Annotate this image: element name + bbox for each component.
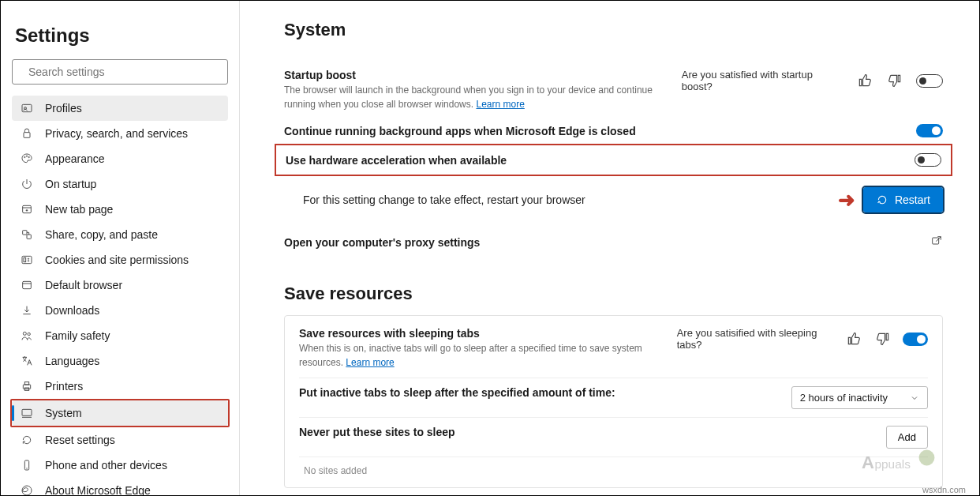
external-link-icon	[930, 235, 943, 250]
thumbs-up-icon[interactable]	[845, 331, 862, 347]
svg-point-29	[22, 486, 32, 495]
svg-rect-18	[23, 281, 32, 288]
power-icon	[20, 177, 34, 191]
edge-icon	[20, 483, 34, 496]
thumbs-up-icon[interactable]	[856, 73, 875, 88]
sidebar-item-downloads[interactable]: Downloads	[12, 298, 228, 323]
svg-point-7	[28, 156, 29, 157]
settings-sidebar: Settings Profiles Privacy, search, and s…	[1, 1, 240, 495]
download-icon	[20, 303, 34, 318]
sidebar-item-label: On startup	[45, 178, 96, 190]
sleeping-learn-more-link[interactable]: Learn more	[346, 357, 394, 368]
restart-button[interactable]: Restart	[863, 187, 943, 212]
chevron-down-icon	[910, 393, 919, 403]
sleeping-tabs-label: Save resources with sleeping tabs	[299, 327, 664, 340]
page-title: System	[284, 20, 943, 40]
bg-apps-row: Continue running background apps when Mi…	[284, 118, 943, 144]
svg-point-20	[23, 332, 26, 335]
sidebar-item-reset[interactable]: Reset settings	[12, 427, 228, 453]
newtab-icon	[20, 202, 34, 216]
sidebar-item-label: System	[45, 407, 82, 419]
sidebar-item-phone[interactable]: Phone and other devices	[12, 453, 228, 478]
hw-accel-toggle[interactable]	[915, 153, 941, 167]
sidebar-item-label: Printers	[45, 380, 83, 393]
sidebar-item-languages[interactable]: Languages	[12, 348, 228, 374]
sidebar-item-label: Appearance	[45, 152, 105, 165]
save-resources-title: Save resources	[284, 284, 943, 304]
sidebar-item-label: New tab page	[45, 203, 113, 216]
sidebar-item-label: Default browser	[45, 279, 122, 291]
phone-icon	[20, 458, 34, 472]
share-icon	[20, 227, 34, 242]
proxy-label: Open your computer's proxy settings	[284, 236, 480, 249]
inactive-time-label: Put inactive tabs to sleep after the spe…	[299, 386, 615, 399]
sidebar-item-printers[interactable]: Printers	[12, 374, 228, 399]
reset-icon	[20, 433, 34, 447]
settings-title: Settings	[15, 24, 225, 47]
sidebar-item-appearance[interactable]: Appearance	[12, 146, 228, 171]
svg-rect-15	[24, 257, 26, 261]
svg-text:ppuals: ppuals	[875, 457, 911, 471]
sidebar-item-label: Privacy, search, and services	[45, 127, 188, 140]
cookies-icon	[20, 253, 34, 267]
startup-boost-desc: The browser will launch in the backgroun…	[284, 83, 669, 111]
profile-icon	[20, 101, 34, 115]
thumbs-down-icon[interactable]	[874, 331, 892, 347]
thumbs-down-icon[interactable]	[886, 73, 905, 88]
lock-icon	[20, 126, 34, 141]
search-settings-input[interactable]	[28, 66, 219, 78]
watermark-logo: A ppuals	[862, 442, 948, 482]
svg-rect-13	[27, 235, 31, 239]
startup-boost-label: Startup boost	[284, 69, 669, 81]
startup-learn-more-link[interactable]: Learn more	[476, 99, 524, 110]
startup-boost-toggle[interactable]	[916, 74, 943, 88]
sidebar-item-label: Share, copy, and paste	[45, 228, 158, 241]
svg-point-17	[28, 261, 28, 261]
svg-point-16	[28, 258, 28, 259]
sidebar-item-label: Profiles	[45, 102, 82, 115]
appearance-icon	[20, 152, 34, 166]
bg-apps-label: Continue running background apps when Mi…	[284, 125, 636, 137]
sidebar-item-profiles[interactable]: Profiles	[12, 96, 228, 121]
sidebar-item-label: Downloads	[45, 304, 99, 317]
inactive-time-select[interactable]: 2 hours of inactivity	[791, 386, 928, 409]
sidebar-item-label: About Microsoft Edge	[45, 484, 151, 496]
sidebar-item-defaultbrowser[interactable]: Default browser	[12, 272, 228, 298]
sidebar-item-cookies[interactable]: Cookies and site permissions	[12, 247, 228, 272]
restart-hint: For this setting change to take effect, …	[303, 194, 585, 206]
hw-accel-row: Use hardware acceleration when available	[275, 144, 952, 176]
startup-boost-row: Startup boost The browser will launch in…	[284, 62, 943, 118]
browser-icon	[20, 278, 34, 292]
sidebar-item-label: Reset settings	[45, 434, 115, 446]
svg-rect-23	[24, 382, 28, 385]
proxy-row[interactable]: Open your computer's proxy settings	[284, 224, 943, 261]
sidebar-item-share[interactable]: Share, copy, and paste	[12, 222, 228, 247]
svg-rect-4	[24, 133, 30, 138]
sidebar-item-newtab[interactable]: New tab page	[12, 197, 228, 222]
sidebar-item-family[interactable]: Family safety	[12, 323, 228, 348]
sidebar-item-about[interactable]: About Microsoft Edge	[12, 478, 228, 496]
languages-icon	[20, 354, 34, 368]
svg-point-32	[919, 450, 935, 466]
sidebar-item-label: Phone and other devices	[45, 459, 167, 472]
search-settings-wrap[interactable]	[12, 59, 228, 85]
sidebar-item-onstartup[interactable]: On startup	[12, 171, 228, 197]
svg-rect-12	[23, 231, 27, 235]
family-icon	[20, 329, 34, 343]
sleeping-feedback-text: Are you satisified with sleeping tabs?	[677, 327, 835, 351]
svg-rect-25	[22, 409, 32, 415]
sidebar-item-system[interactable]: System	[12, 400, 228, 426]
svg-point-6	[26, 156, 27, 156]
printer-icon	[20, 379, 34, 393]
sidebar-item-privacy[interactable]: Privacy, search, and services	[12, 121, 228, 146]
svg-text:A: A	[862, 453, 874, 472]
system-settings-panel: System Startup boost The browser will la…	[240, 1, 979, 495]
svg-rect-30	[933, 238, 939, 244]
no-sites-text: No sites added	[299, 465, 367, 476]
restart-row: For this setting change to take effect, …	[284, 176, 943, 224]
sidebar-item-label: Family safety	[45, 329, 110, 342]
annotation-arrow-icon: ➜	[838, 188, 855, 212]
startup-feedback-text: Are you satisfied with startup boost?	[682, 69, 846, 92]
bg-apps-toggle[interactable]	[916, 124, 943, 137]
sleeping-tabs-toggle[interactable]	[903, 333, 928, 346]
